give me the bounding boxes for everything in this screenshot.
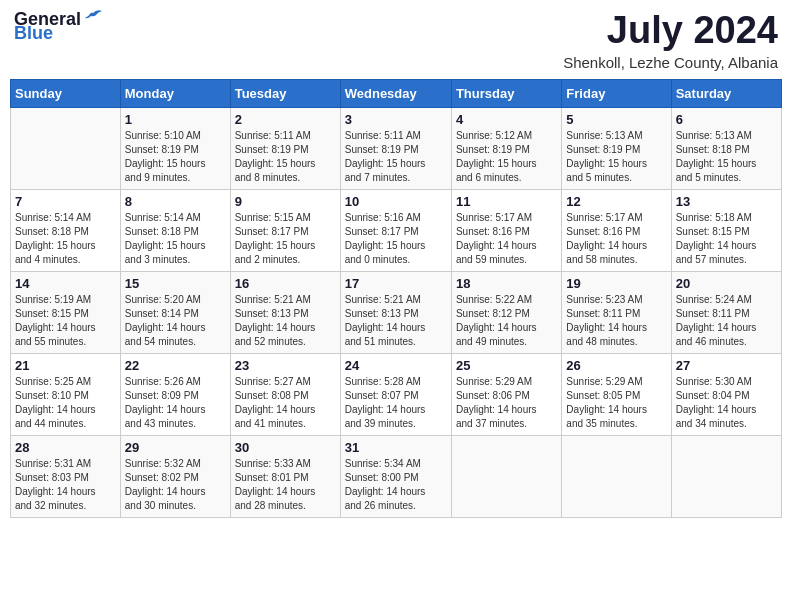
day-number: 1 [125,112,226,127]
day-detail: Sunrise: 5:28 AM Sunset: 8:07 PM Dayligh… [345,375,447,431]
logo: General Blue [14,10,103,42]
page-header: General Blue July 2024 Shenkoll, Lezhe C… [10,10,782,71]
day-detail: Sunrise: 5:14 AM Sunset: 8:18 PM Dayligh… [15,211,116,267]
day-number: 20 [676,276,777,291]
weekday-header-saturday: Saturday [671,79,781,107]
day-number: 17 [345,276,447,291]
day-number: 29 [125,440,226,455]
location-subtitle: Shenkoll, Lezhe County, Albania [563,54,778,71]
day-number: 4 [456,112,557,127]
calendar-table: SundayMondayTuesdayWednesdayThursdayFrid… [10,79,782,518]
calendar-cell: 12Sunrise: 5:17 AM Sunset: 8:16 PM Dayli… [562,189,671,271]
calendar-week-row: 21Sunrise: 5:25 AM Sunset: 8:10 PM Dayli… [11,353,782,435]
calendar-cell: 11Sunrise: 5:17 AM Sunset: 8:16 PM Dayli… [451,189,561,271]
day-detail: Sunrise: 5:26 AM Sunset: 8:09 PM Dayligh… [125,375,226,431]
day-number: 27 [676,358,777,373]
day-number: 11 [456,194,557,209]
calendar-cell: 17Sunrise: 5:21 AM Sunset: 8:13 PM Dayli… [340,271,451,353]
day-number: 9 [235,194,336,209]
day-number: 18 [456,276,557,291]
day-number: 30 [235,440,336,455]
day-number: 15 [125,276,226,291]
day-detail: Sunrise: 5:11 AM Sunset: 8:19 PM Dayligh… [345,129,447,185]
calendar-cell: 8Sunrise: 5:14 AM Sunset: 8:18 PM Daylig… [120,189,230,271]
day-detail: Sunrise: 5:20 AM Sunset: 8:14 PM Dayligh… [125,293,226,349]
day-detail: Sunrise: 5:12 AM Sunset: 8:19 PM Dayligh… [456,129,557,185]
day-detail: Sunrise: 5:10 AM Sunset: 8:19 PM Dayligh… [125,129,226,185]
day-number: 31 [345,440,447,455]
calendar-cell: 24Sunrise: 5:28 AM Sunset: 8:07 PM Dayli… [340,353,451,435]
day-number: 19 [566,276,666,291]
weekday-header-friday: Friday [562,79,671,107]
calendar-cell: 28Sunrise: 5:31 AM Sunset: 8:03 PM Dayli… [11,435,121,517]
calendar-cell: 9Sunrise: 5:15 AM Sunset: 8:17 PM Daylig… [230,189,340,271]
calendar-week-row: 14Sunrise: 5:19 AM Sunset: 8:15 PM Dayli… [11,271,782,353]
calendar-cell: 6Sunrise: 5:13 AM Sunset: 8:18 PM Daylig… [671,107,781,189]
day-detail: Sunrise: 5:21 AM Sunset: 8:13 PM Dayligh… [235,293,336,349]
day-detail: Sunrise: 5:13 AM Sunset: 8:19 PM Dayligh… [566,129,666,185]
weekday-header-row: SundayMondayTuesdayWednesdayThursdayFrid… [11,79,782,107]
logo-bird-icon [83,9,103,25]
calendar-cell: 5Sunrise: 5:13 AM Sunset: 8:19 PM Daylig… [562,107,671,189]
day-number: 16 [235,276,336,291]
calendar-week-row: 7Sunrise: 5:14 AM Sunset: 8:18 PM Daylig… [11,189,782,271]
calendar-cell: 27Sunrise: 5:30 AM Sunset: 8:04 PM Dayli… [671,353,781,435]
title-section: July 2024 Shenkoll, Lezhe County, Albani… [563,10,778,71]
day-detail: Sunrise: 5:16 AM Sunset: 8:17 PM Dayligh… [345,211,447,267]
weekday-header-monday: Monday [120,79,230,107]
calendar-cell: 15Sunrise: 5:20 AM Sunset: 8:14 PM Dayli… [120,271,230,353]
weekday-header-sunday: Sunday [11,79,121,107]
day-number: 23 [235,358,336,373]
day-detail: Sunrise: 5:29 AM Sunset: 8:05 PM Dayligh… [566,375,666,431]
day-detail: Sunrise: 5:13 AM Sunset: 8:18 PM Dayligh… [676,129,777,185]
calendar-cell: 14Sunrise: 5:19 AM Sunset: 8:15 PM Dayli… [11,271,121,353]
day-number: 25 [456,358,557,373]
day-detail: Sunrise: 5:24 AM Sunset: 8:11 PM Dayligh… [676,293,777,349]
day-detail: Sunrise: 5:17 AM Sunset: 8:16 PM Dayligh… [566,211,666,267]
day-number: 26 [566,358,666,373]
day-detail: Sunrise: 5:23 AM Sunset: 8:11 PM Dayligh… [566,293,666,349]
calendar-cell: 2Sunrise: 5:11 AM Sunset: 8:19 PM Daylig… [230,107,340,189]
day-detail: Sunrise: 5:25 AM Sunset: 8:10 PM Dayligh… [15,375,116,431]
month-year-title: July 2024 [563,10,778,52]
day-detail: Sunrise: 5:21 AM Sunset: 8:13 PM Dayligh… [345,293,447,349]
calendar-cell: 18Sunrise: 5:22 AM Sunset: 8:12 PM Dayli… [451,271,561,353]
calendar-cell: 16Sunrise: 5:21 AM Sunset: 8:13 PM Dayli… [230,271,340,353]
day-number: 24 [345,358,447,373]
calendar-cell: 3Sunrise: 5:11 AM Sunset: 8:19 PM Daylig… [340,107,451,189]
calendar-cell: 13Sunrise: 5:18 AM Sunset: 8:15 PM Dayli… [671,189,781,271]
calendar-cell: 7Sunrise: 5:14 AM Sunset: 8:18 PM Daylig… [11,189,121,271]
day-detail: Sunrise: 5:29 AM Sunset: 8:06 PM Dayligh… [456,375,557,431]
day-detail: Sunrise: 5:19 AM Sunset: 8:15 PM Dayligh… [15,293,116,349]
day-number: 7 [15,194,116,209]
day-number: 14 [15,276,116,291]
day-detail: Sunrise: 5:33 AM Sunset: 8:01 PM Dayligh… [235,457,336,513]
calendar-cell: 30Sunrise: 5:33 AM Sunset: 8:01 PM Dayli… [230,435,340,517]
calendar-cell: 23Sunrise: 5:27 AM Sunset: 8:08 PM Dayli… [230,353,340,435]
day-number: 6 [676,112,777,127]
calendar-cell: 29Sunrise: 5:32 AM Sunset: 8:02 PM Dayli… [120,435,230,517]
calendar-cell: 10Sunrise: 5:16 AM Sunset: 8:17 PM Dayli… [340,189,451,271]
day-detail: Sunrise: 5:32 AM Sunset: 8:02 PM Dayligh… [125,457,226,513]
day-number: 12 [566,194,666,209]
calendar-cell: 31Sunrise: 5:34 AM Sunset: 8:00 PM Dayli… [340,435,451,517]
weekday-header-thursday: Thursday [451,79,561,107]
calendar-cell: 21Sunrise: 5:25 AM Sunset: 8:10 PM Dayli… [11,353,121,435]
day-number: 28 [15,440,116,455]
day-detail: Sunrise: 5:30 AM Sunset: 8:04 PM Dayligh… [676,375,777,431]
day-number: 8 [125,194,226,209]
day-number: 5 [566,112,666,127]
day-number: 3 [345,112,447,127]
calendar-week-row: 28Sunrise: 5:31 AM Sunset: 8:03 PM Dayli… [11,435,782,517]
calendar-week-row: 1Sunrise: 5:10 AM Sunset: 8:19 PM Daylig… [11,107,782,189]
day-detail: Sunrise: 5:17 AM Sunset: 8:16 PM Dayligh… [456,211,557,267]
logo-blue-text: Blue [14,24,103,42]
weekday-header-tuesday: Tuesday [230,79,340,107]
day-number: 21 [15,358,116,373]
day-detail: Sunrise: 5:18 AM Sunset: 8:15 PM Dayligh… [676,211,777,267]
day-number: 22 [125,358,226,373]
calendar-cell: 22Sunrise: 5:26 AM Sunset: 8:09 PM Dayli… [120,353,230,435]
calendar-cell: 4Sunrise: 5:12 AM Sunset: 8:19 PM Daylig… [451,107,561,189]
calendar-cell: 19Sunrise: 5:23 AM Sunset: 8:11 PM Dayli… [562,271,671,353]
calendar-cell: 25Sunrise: 5:29 AM Sunset: 8:06 PM Dayli… [451,353,561,435]
